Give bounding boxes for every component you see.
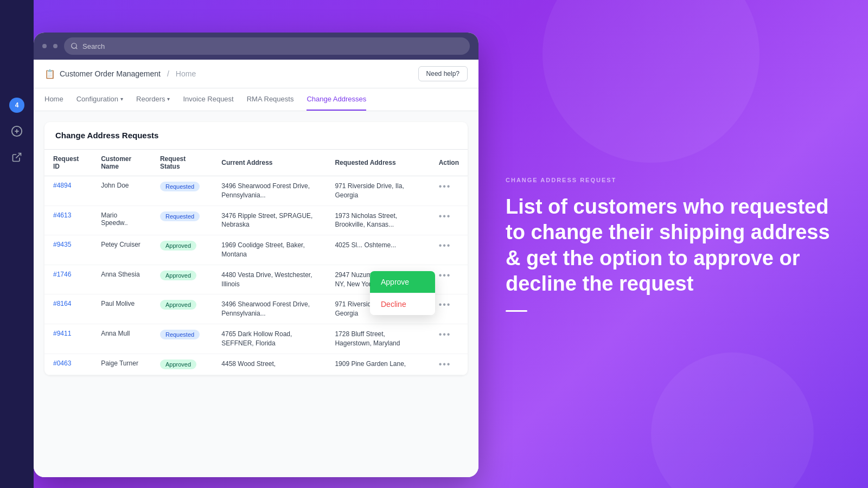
cell-status: Approved	[151, 265, 213, 294]
browser-search-bar[interactable]: Search	[64, 37, 470, 55]
search-text: Search	[82, 42, 105, 50]
cell-request-id[interactable]: #4894	[44, 176, 92, 206]
search-icon	[71, 42, 78, 50]
action-dots-btn[interactable]: •••	[439, 359, 451, 369]
cell-status: Approved	[151, 235, 213, 265]
nav-tabs: Home Configuration ▾ Reorders ▾ Invoice …	[34, 88, 478, 111]
cell-status: Approved	[151, 354, 213, 375]
action-dropdown-menu: Approve Decline	[370, 271, 435, 315]
cell-request-id[interactable]: #8164	[44, 294, 92, 324]
cell-request-id[interactable]: #0463	[44, 354, 92, 375]
cell-customer-name: Mario Speedw..	[92, 206, 151, 235]
cell-action[interactable]: •••	[430, 235, 468, 265]
action-dots-btn[interactable]: •••	[439, 271, 451, 280]
breadcrumb-home[interactable]: Home	[176, 69, 196, 78]
col-customer-name: Customer Name	[92, 150, 151, 176]
app-header: 📋 Customer Order Management / Home Need …	[34, 60, 478, 88]
cell-status: Approved	[151, 294, 213, 324]
tab-reorders[interactable]: Reorders ▾	[136, 88, 170, 111]
cell-status: Requested	[151, 206, 213, 235]
tab-change-addresses[interactable]: Change Addresses	[307, 88, 366, 111]
cell-status: Requested	[151, 176, 213, 206]
cell-action[interactable]: •••	[430, 206, 468, 235]
cell-customer-name: John Doe	[92, 176, 151, 206]
cell-request-id[interactable]: #9435	[44, 235, 92, 265]
table-row: #4894 John Doe Requested 3496 Shearwood …	[44, 176, 468, 206]
table-row: #0463 Paige Turner Approved 4458 Wood St…	[44, 354, 468, 375]
approve-button[interactable]: Approve	[370, 271, 435, 293]
cell-current-address: 4480 Vesta Drive, Westchester, Illinois	[213, 265, 326, 294]
app-icon: 📋	[44, 69, 55, 79]
info-heading: List of customers who requested to chang…	[506, 194, 841, 297]
cell-current-address: 3476 Ripple Street, SPRAGUE, Nebraska	[213, 206, 326, 235]
table-head-row: Request ID Customer Name Request Status …	[44, 150, 468, 176]
action-dots-btn[interactable]: •••	[439, 300, 451, 309]
info-panel: CHANGE ADDRESS REQUEST List of customers…	[478, 144, 868, 344]
action-dots-btn[interactable]: •••	[439, 330, 451, 339]
cell-action[interactable]: •••	[430, 354, 468, 375]
tab-configuration[interactable]: Configuration ▾	[76, 88, 123, 111]
cell-current-address: 4458 Wood Street,	[213, 354, 326, 375]
cell-status: Requested	[151, 324, 213, 354]
browser-dot-2	[53, 44, 58, 48]
cell-request-id[interactable]: #4613	[44, 206, 92, 235]
cell-customer-name: Paul Molive	[92, 294, 151, 324]
browser-chrome: Search	[34, 33, 478, 60]
cell-customer-name: Paige Turner	[92, 354, 151, 375]
col-current-address: Current Address	[213, 150, 326, 176]
col-request-id: Request ID	[44, 150, 92, 176]
cell-current-address: 1969 Coolidge Street, Baker, Montana	[213, 235, 326, 265]
action-dots-btn[interactable]: •••	[439, 211, 451, 221]
col-request-status: Request Status	[151, 150, 213, 176]
app-title-text: Customer Order Management	[60, 69, 161, 78]
action-dots-btn[interactable]: •••	[439, 182, 451, 191]
breadcrumb-separator: /	[167, 69, 169, 78]
external-link-icon[interactable]	[9, 150, 24, 165]
dropdown-arrow-config: ▾	[120, 96, 123, 102]
svg-line-3	[16, 153, 21, 158]
col-requested-address: Requested Address	[326, 150, 430, 176]
requests-table: Request ID Customer Name Request Status …	[44, 150, 468, 375]
table-row: #4613 Mario Speedw.. Requested 3476 Ripp…	[44, 206, 468, 235]
cell-current-address: 3496 Shearwood Forest Drive, Pennsylvani…	[213, 176, 326, 206]
cell-current-address: 3496 Shearwood Forest Drive, Pennsylvani…	[213, 294, 326, 324]
cell-action[interactable]: •••	[430, 265, 468, 294]
cell-requested-address: 4025 Sl... Oshteme...	[326, 235, 430, 265]
table-row: #9411 Anna Mull Requested 4765 Dark Holl…	[44, 324, 468, 354]
cell-requested-address: 1973 Nicholas Street, Brookville, Kansas…	[326, 206, 430, 235]
app-title-area: 📋 Customer Order Management / Home	[44, 69, 196, 79]
table-title: Change Address Requests	[55, 131, 158, 140]
action-dots-btn[interactable]: •••	[439, 241, 451, 250]
cell-current-address: 4765 Dark Hollow Road, SEFFNER, Florida	[213, 324, 326, 354]
cell-requested-address: 1909 Pine Garden Lane,	[326, 354, 430, 375]
info-divider	[506, 310, 527, 312]
cell-action[interactable]: •••	[430, 294, 468, 324]
decline-button[interactable]: Decline	[370, 293, 435, 315]
table-row: #9435 Petey Cruiser Approved 1969 Coolid…	[44, 235, 468, 265]
tab-invoice-request[interactable]: Invoice Request	[183, 88, 233, 111]
cell-customer-name: Petey Cruiser	[92, 235, 151, 265]
tab-rma-requests[interactable]: RMA Requests	[247, 88, 294, 111]
table-container: Change Address Requests Request ID Custo…	[44, 122, 468, 375]
browser-window: Search 📋 Customer Order Management / Hom…	[34, 33, 478, 477]
tab-home[interactable]: Home	[44, 88, 63, 111]
cell-requested-address: 1728 Bluff Street, Hagerstown, Maryland	[326, 324, 430, 354]
help-button[interactable]: Need help?	[418, 66, 468, 81]
browser-dot-1	[42, 44, 47, 48]
cell-customer-name: Anna Sthesia	[92, 265, 151, 294]
sidebar: 4	[0, 0, 34, 488]
table-header: Change Address Requests	[44, 122, 468, 150]
info-label: CHANGE ADDRESS REQUEST	[506, 177, 841, 183]
svg-point-4	[72, 43, 76, 48]
cell-request-id[interactable]: #1746	[44, 265, 92, 294]
cell-customer-name: Anna Mull	[92, 324, 151, 354]
cell-action[interactable]: •••	[430, 176, 468, 206]
cell-action[interactable]: •••	[430, 324, 468, 354]
cell-requested-address: 971 Riverside Drive, Ila, Georgia	[326, 176, 430, 206]
cell-request-id[interactable]: #9411	[44, 324, 92, 354]
notification-badge[interactable]: 4	[9, 98, 24, 113]
dropdown-arrow-reorders: ▾	[167, 96, 170, 102]
col-action: Action	[430, 150, 468, 176]
add-icon[interactable]	[9, 124, 24, 139]
